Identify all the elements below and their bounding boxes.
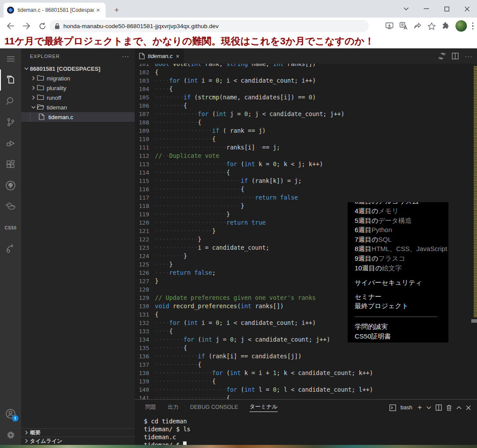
share-icon[interactable]	[413, 22, 422, 30]
editor-tabbar: tideman.c × ···	[135, 48, 477, 64]
overlay-item[interactable]: 5週目のデータ構造	[355, 216, 448, 226]
cs50-label[interactable]: CS50	[0, 217, 21, 238]
overlay-item-text: 9週目の	[355, 255, 378, 262]
close-panel-icon[interactable]	[466, 405, 471, 410]
code-line: 110················{	[135, 135, 477, 143]
explorer-sidebar: EXPLORER ··· 86801581 [CODESPACES] migra…	[21, 48, 135, 448]
profile-avatar[interactable]	[455, 20, 467, 32]
line-number: 122	[135, 235, 155, 244]
kill-terminal-trash-icon[interactable]	[446, 404, 452, 411]
overlay-item[interactable]: 学問的誠実	[355, 322, 448, 331]
line-number: 141	[135, 394, 155, 399]
tree-item-runoff[interactable]: runoff	[21, 93, 135, 102]
overlay-item[interactable]: CS50証明書	[355, 331, 448, 341]
timeline-section[interactable]: タイムライン	[21, 437, 135, 445]
folder-open-icon	[37, 104, 44, 111]
overlay-item-text: 3週目のアルゴリズム	[355, 202, 419, 205]
github-icon[interactable]	[0, 175, 21, 196]
source-control-icon[interactable]	[0, 112, 21, 133]
code-line-content: ················for (int k = i + 1; k < …	[155, 369, 373, 377]
overlay-item-text: サイバーセキュリティ	[355, 279, 422, 286]
panel-tab-DEBUG CONSOLE[interactable]: DEBUG CONSOLE	[190, 404, 238, 411]
menu-hamburger-icon[interactable]	[0, 48, 21, 69]
editor-tab-tideman[interactable]: tideman.c ×	[135, 48, 184, 64]
explorer-actions-kebab-icon[interactable]: ···	[122, 53, 129, 60]
split-terminal-icon[interactable]	[436, 404, 442, 411]
tree-item-plurality[interactable]: plurality	[21, 83, 135, 93]
overlay-item[interactable]: セミナー	[355, 292, 448, 302]
file-icon	[139, 53, 145, 59]
live-share-icon[interactable]	[0, 238, 21, 259]
cs50-duck-icon[interactable]	[0, 196, 21, 217]
activity-bar-bottom: 1	[0, 403, 21, 445]
panel-tab-出力[interactable]: 出力	[168, 404, 179, 412]
browser-tab[interactable]: tideman.c - 86801581 [Codespac ×	[4, 3, 106, 18]
panel-tab-問題[interactable]: 問題	[145, 404, 156, 412]
terminal-dropdown-chevron-icon[interactable]	[426, 406, 431, 409]
folder-icon	[37, 94, 44, 101]
new-terminal-plus-icon[interactable]: +	[418, 403, 422, 412]
browser-menu-kebab-icon[interactable]	[472, 22, 474, 30]
tree-item-label: runoff	[47, 95, 61, 101]
back-icon[interactable]	[5, 21, 16, 31]
translate-icon[interactable]	[399, 22, 408, 30]
forward-icon[interactable]	[21, 21, 32, 31]
run-debug-icon[interactable]	[0, 133, 21, 154]
maximize-panel-chevron-icon[interactable]	[456, 406, 462, 409]
install-app-icon[interactable]	[385, 22, 394, 30]
overlay-item[interactable]: 7週目のSQL	[355, 235, 448, 244]
file-icon	[39, 113, 46, 120]
overlay-item[interactable]: 8週目HTML、CSS、JavaScript	[355, 244, 448, 254]
settings-gear-icon[interactable]	[0, 424, 21, 445]
overlay-item[interactable]: サイバーセキュリティ	[355, 278, 448, 288]
extensions-icon[interactable]	[0, 154, 21, 175]
account-icon[interactable]: 1	[0, 403, 21, 424]
reload-icon[interactable]	[37, 21, 48, 31]
terminal-shell-icon	[389, 404, 396, 411]
editor-tab-close-icon[interactable]: ×	[176, 53, 179, 60]
overlay-item-text: 6週目	[355, 226, 371, 233]
terminal-panel: 問題出力DEBUG CONSOLEターミナル bash +	[135, 399, 477, 448]
line-number: 132	[135, 319, 155, 327]
tab-search-chevron-icon[interactable]	[396, 0, 416, 18]
overlay-item[interactable]: 最終プロジェクト	[355, 301, 448, 311]
code-line-content: ····return false;	[155, 269, 216, 277]
tree-root[interactable]: 86801581 [CODESPACES]	[21, 64, 135, 73]
terminal-output[interactable]: $ cd tidemantideman/ $ lstideman.ctidema…	[144, 417, 191, 448]
editor-more-kebab-icon[interactable]: ···	[465, 52, 473, 60]
overlay-item[interactable]: 6週目Python	[355, 225, 448, 235]
tab-close-icon[interactable]: ×	[94, 6, 102, 14]
code-line-content: ····················for (int k = 0; k < …	[155, 160, 323, 168]
tree-item-tideman.c[interactable]: tideman.c	[21, 112, 135, 122]
explorer-files-icon[interactable]	[0, 69, 21, 91]
tree-item-tideman[interactable]: tideman	[21, 102, 135, 112]
overlay-item[interactable]: 10週目の絵文字	[355, 263, 448, 273]
new-tab-button[interactable]: +	[111, 4, 122, 16]
bookmark-star-icon[interactable]	[427, 22, 436, 30]
overlay-item-text-dim: SQL	[378, 236, 392, 243]
overlay-item[interactable]: 3週目のアルゴリズム	[355, 202, 448, 206]
root-label: 86801581 [CODESPACES]	[30, 66, 100, 72]
close-window-button[interactable]	[457, 0, 477, 18]
shell-label[interactable]: bash	[400, 404, 412, 411]
url-bar[interactable]: honda-manabu-code50-86801581-jjqxvrjvp34…	[49, 20, 369, 32]
editor-scrollbar-thumb[interactable]	[471, 319, 477, 323]
tree-item-migration[interactable]: migration	[21, 73, 135, 83]
overlay-item[interactable]: 9週目のフラスコ	[355, 254, 448, 263]
panel-tab-ターミナル[interactable]: ターミナル	[250, 403, 278, 412]
extensions-puzzle-icon[interactable]	[441, 22, 450, 30]
line-number: 140	[135, 386, 155, 394]
minimize-button[interactable]	[416, 0, 437, 18]
chevron-right-icon	[23, 437, 30, 444]
overlay-item[interactable]: 4週目のメモリ	[355, 206, 448, 216]
overlay-item-text: 10週目の	[355, 264, 382, 272]
code-line: 141····················{	[135, 394, 477, 399]
lock-icon	[55, 23, 60, 29]
split-editor-icon[interactable]	[452, 53, 459, 59]
maximize-button[interactable]	[437, 0, 457, 18]
search-icon[interactable]	[0, 91, 21, 112]
outline-section[interactable]: 概要	[21, 428, 135, 437]
code-line-content: ····{	[155, 327, 173, 335]
open-changes-icon[interactable]	[438, 52, 446, 60]
line-number: 102	[135, 68, 155, 76]
